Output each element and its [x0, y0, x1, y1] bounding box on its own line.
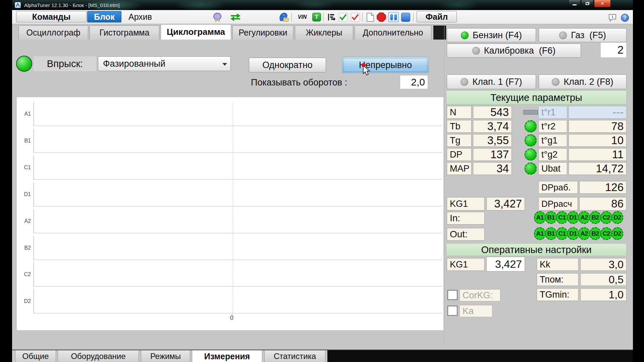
new-document-glyph	[367, 13, 374, 22]
alphatuner-logo-icon	[16, 3, 20, 7]
param-label-tr2: t°r2	[538, 120, 567, 133]
new-document-icon[interactable]	[366, 12, 374, 22]
param-value-tg2: 11	[569, 148, 627, 161]
petrol-button[interactable]: Бензин (F4)	[447, 28, 536, 42]
maximize-button[interactable]	[581, 0, 593, 7]
bottom-tab-equipment[interactable]: Оборудование	[58, 350, 139, 362]
out-badge-c2: C2	[600, 227, 612, 240]
tr2-led-on	[525, 120, 537, 132]
tab-oscillograph[interactable]: Осциллограф	[18, 25, 88, 40]
channel-label-c1: C1	[17, 156, 31, 180]
valve1-led-off	[461, 78, 468, 86]
ecu-open-glyph	[278, 12, 289, 22]
param-label-ubat: Ubat	[538, 162, 567, 175]
connect-plug-icon[interactable]	[211, 12, 223, 22]
log-list-icon[interactable]	[327, 12, 336, 22]
param-value-kg1: 3,427	[486, 197, 525, 210]
in-label: In:	[447, 212, 485, 225]
tab-adjustments[interactable]: Регулировки	[232, 25, 293, 40]
param-label-tr1: t°r1	[538, 106, 567, 119]
valve2-label: Клап. 2 (F8)	[564, 77, 613, 87]
tab-additional[interactable]: Дополнительно	[355, 25, 431, 40]
file-button[interactable]: Файл	[417, 11, 457, 22]
menu-archive[interactable]: Архив	[123, 11, 158, 22]
param-label-tb: Tb	[447, 120, 472, 133]
ecu-open-icon[interactable]	[278, 12, 289, 22]
calibration-button[interactable]: Калибровка (F6)	[447, 44, 581, 58]
param-label-tg: Tg	[447, 134, 472, 147]
op-label-tpom: Тпом:	[537, 273, 579, 286]
window-title: AlphaTuner 12.1.30 - Блок - [MS_010.etm]	[24, 2, 120, 8]
continuous-button[interactable]: Непрерывно	[342, 57, 429, 73]
injection-status-led	[16, 56, 32, 72]
stop-icon[interactable]	[400, 12, 411, 22]
menu-block-active[interactable]: Блок	[87, 11, 121, 22]
tab-cyclogram-active[interactable]: Циклограмма	[161, 24, 231, 40]
info-icon[interactable]: i	[608, 13, 617, 23]
pause-glyph	[388, 12, 399, 22]
toolbar-separator	[362, 13, 363, 21]
in-badge-b2: B2	[589, 211, 601, 224]
valve2-led-off	[552, 78, 559, 86]
valve1-button[interactable]: Клап. 1 (F7)	[447, 74, 536, 89]
chart-row	[34, 129, 442, 153]
injection-mode-dropdown[interactable]: Фазированный	[98, 56, 231, 71]
show-revs-input[interactable]: 2,0	[400, 75, 428, 89]
application-window: AlphaTuner 12.1.30 - Блок - [MS_010.etm]…	[12, 0, 633, 362]
op-value-tgmin[interactable]: 1,0	[580, 288, 627, 301]
out-label: Out:	[447, 228, 485, 241]
op-value-kg1[interactable]: 3,427	[486, 257, 525, 272]
op-value-tpom[interactable]: 0,5	[580, 273, 627, 286]
main-tabbar: Осциллограф Гистограмма Циклограмма Регу…	[18, 25, 431, 40]
out-badge-d2: D2	[611, 227, 623, 240]
minimize-button[interactable]	[569, 0, 581, 7]
check-green-icon[interactable]	[338, 12, 348, 22]
current-params-header: Текущие параметры	[446, 90, 627, 105]
petrol-label: Бензин (F4)	[473, 30, 522, 41]
record-stop-icon[interactable]	[376, 12, 386, 22]
param-label-n: N	[447, 106, 472, 119]
in-badge-d2: D2	[611, 211, 623, 224]
toolbar-separator	[323, 13, 324, 21]
tab-histogram[interactable]: Гистограмма	[90, 25, 159, 40]
menu-commands[interactable]: Команды	[16, 11, 87, 22]
param-label-tg1: t°g1	[538, 134, 567, 147]
bottom-tab-modes[interactable]: Режимы	[141, 350, 190, 362]
op-value-kk[interactable]: 3,0	[580, 258, 627, 271]
corkg-checkbox[interactable]	[447, 290, 458, 300]
gas-label: Газ (F5)	[571, 30, 606, 41]
bottom-tab-measurements-active[interactable]: Измерения	[192, 350, 262, 362]
close-button[interactable]: ✕	[594, 0, 611, 7]
valve1-label: Клап. 1 (F7)	[472, 77, 522, 87]
valve2-button[interactable]: Клап. 2 (F8)	[539, 74, 627, 89]
gas-button[interactable]: Газ (F5)	[539, 28, 627, 42]
op-label-kg1: KG1	[447, 258, 485, 271]
pause-icon[interactable]	[388, 12, 399, 22]
vin-label: VIN	[298, 14, 307, 20]
injection-mode-value: Фазированный	[103, 59, 165, 69]
plug-glyph	[212, 12, 222, 22]
chevron-down-icon	[222, 63, 227, 66]
menubar: Команды Блок Архив	[12, 10, 633, 24]
bottom-tab-statistics[interactable]: Статистика	[264, 350, 325, 362]
sync-arrows-icon[interactable]	[229, 12, 241, 22]
single-shot-button[interactable]: Однократно	[249, 58, 326, 72]
check-red-icon[interactable]	[350, 12, 360, 22]
chart-row	[34, 262, 442, 287]
stop-glyph	[401, 13, 410, 22]
calibration-value-input[interactable]: 2	[600, 42, 627, 58]
tab-jets[interactable]: Жиклеры	[295, 25, 353, 40]
channel-label-d2: D2	[17, 289, 31, 313]
in-badge-a1: A1	[534, 211, 546, 224]
bottom-tab-general[interactable]: Общие	[15, 350, 56, 362]
operative-settings-header: Оперативные настройки	[446, 243, 627, 256]
param-label-dprasch: DPрасч	[538, 197, 578, 210]
titlebar: AlphaTuner 12.1.30 - Блок - [MS_010.etm]…	[12, 0, 633, 10]
vin-icon[interactable]: VIN	[294, 12, 310, 22]
toolbar-separator	[291, 13, 292, 21]
param-value-dprab: 126	[579, 181, 627, 194]
close-icon: ✕	[601, 1, 604, 6]
help-icon[interactable]: ?	[621, 13, 629, 23]
table-t-icon[interactable]: T	[312, 12, 321, 22]
ka-checkbox[interactable]	[447, 306, 458, 316]
